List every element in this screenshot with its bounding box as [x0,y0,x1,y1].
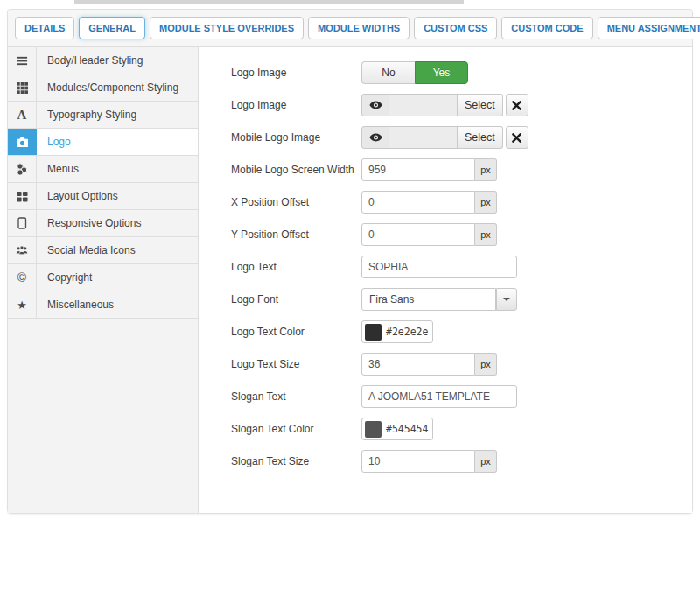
tab-menu-assignment[interactable]: MENU ASSIGNMENT [598,17,700,39]
px-unit-addon: px [475,223,497,246]
logo-text-input[interactable] [361,256,517,278]
sidebar-item-label: Responsive Options [37,210,141,236]
sidebar-item-responsive-options[interactable]: Responsive Options [8,210,198,237]
logo-text-size-input[interactable] [361,353,475,376]
tab-module-widths[interactable]: MODULE WIDTHS [308,17,410,39]
sidebar-item-social-media-icons[interactable]: Social Media Icons [8,237,198,264]
field-label: X Position Offset [231,196,361,208]
field-logo-image-media: Logo Image Select [231,94,676,116]
sidebar-item-label: Social Media Icons [37,237,136,263]
field-x-position-offset: X Position Offset px [231,191,676,214]
number-input-group: px [361,353,497,376]
slogan-text-input[interactable] [361,385,517,408]
preview-eye-icon[interactable] [361,126,389,149]
letter-a-icon: A [8,102,37,128]
general-tab-content: Body/Header Styling Modules/Component St… [8,47,692,513]
blocks-2x2-icon [8,183,37,209]
lines-icon [8,47,37,74]
users-icon [8,237,37,263]
field-label: Y Position Offset [231,228,361,241]
field-label: Slogan Text Color [231,423,361,435]
field-slogan-text-color: Slogan Text Color #545454 [231,418,676,440]
mobile-logo-image-select-button[interactable]: Select [458,126,503,149]
field-mobile-logo-image-media: Mobile Logo Image Select [231,126,676,149]
clear-icon[interactable] [506,126,528,149]
sidebar-item-label: Layout Options [37,183,118,209]
page-top-divider [74,0,464,4]
field-y-position-offset: Y Position Offset px [231,223,676,246]
field-label: Logo Image [231,67,361,79]
logo-image-select-button[interactable]: Select [458,94,503,116]
px-unit-addon: px [475,191,497,214]
template-settings-panel: DETAILS GENERAL MODULE STYLE OVERRIDES M… [7,9,693,514]
sidebar-item-menus[interactable]: Menus [8,156,198,183]
field-logo-text-color: Logo Text Color #2e2e2e [231,320,676,343]
chevron-down-icon[interactable] [496,288,517,311]
tab-custom-css[interactable]: CUSTOM CSS [414,17,497,39]
px-unit-addon: px [475,158,497,181]
tab-details[interactable]: DETAILS [15,17,74,39]
star-icon: ★ [8,291,37,318]
color-hex-value: #545454 [386,423,428,435]
color-hex-value: #2e2e2e [386,326,428,338]
tab-custom-code[interactable]: CUSTOM CODE [501,17,592,39]
field-label: Mobile Logo Image [231,131,361,144]
sidebar-item-modules-component-styling[interactable]: Modules/Component Styling [8,74,198,102]
number-input-group: px [361,191,497,214]
selected-font-value: Fira Sans [361,288,496,311]
mobile-logo-image-media-group: Select [361,126,503,149]
sidebar-item-miscellaneous[interactable]: ★ Miscellaneous [8,291,198,319]
sidebar-item-typography-styling[interactable]: A Typography Styling [8,102,198,129]
mobile-logo-image-path-input[interactable] [389,126,458,149]
preview-eye-icon[interactable] [361,94,389,116]
tablet-icon [8,210,37,236]
camera-icon [8,129,37,155]
field-label: Logo Text [231,261,361,273]
logo-font-select[interactable]: Fira Sans [361,288,517,311]
tab-general[interactable]: GENERAL [79,17,145,39]
field-label: Slogan Text Size [231,455,361,467]
field-label: Logo Image [231,99,361,111]
sidebar-item-body-header-styling[interactable]: Body/Header Styling [8,47,198,74]
grid-3x3-icon [8,74,37,101]
logo-settings-form: Logo Image No Yes Logo Image Select [199,47,692,513]
logo-text-color-picker[interactable]: #2e2e2e [361,320,433,343]
logo-image-toggle: No Yes [361,61,468,84]
sidebar-item-label: Menus [37,156,79,182]
mobile-logo-screen-width-input[interactable] [361,158,475,181]
px-unit-addon: px [475,450,497,473]
field-logo-text: Logo Text [231,256,676,278]
slogan-text-color-picker[interactable]: #545454 [361,418,433,440]
copyright-icon: © [8,264,37,291]
y-position-offset-input[interactable] [361,223,475,246]
number-input-group: px [361,223,497,246]
field-label: Slogan Text [231,390,361,403]
px-unit-addon: px [475,353,497,376]
sidebar-item-copyright[interactable]: © Copyright [8,264,198,291]
field-logo-text-size: Logo Text Size px [231,353,676,376]
sidebar-item-label: Modules/Component Styling [37,74,178,101]
toggle-yes-button[interactable]: Yes [415,61,468,84]
field-label: Mobile Logo Screen Width [231,164,361,176]
tab-bar: DETAILS GENERAL MODULE STYLE OVERRIDES M… [8,10,692,47]
field-mobile-logo-screen-width: Mobile Logo Screen Width px [231,158,676,181]
toggle-no-button[interactable]: No [361,61,415,84]
tab-module-style-overrides[interactable]: MODULE STYLE OVERRIDES [150,17,304,39]
sidebar-item-label: Logo [37,129,71,155]
settings-sidebar: Body/Header Styling Modules/Component St… [8,47,199,513]
sidebar-item-layout-options[interactable]: Layout Options [8,183,198,210]
sidebar-item-label: Miscellaneous [37,291,114,318]
field-slogan-text: Slogan Text [231,385,676,408]
slogan-text-size-input[interactable] [361,450,475,473]
field-logo-image-toggle: Logo Image No Yes [231,61,676,84]
clear-icon[interactable] [506,94,528,116]
logo-image-path-input[interactable] [389,94,458,116]
x-position-offset-input[interactable] [361,191,475,214]
field-logo-font: Logo Font Fira Sans [231,288,676,311]
sidebar-item-logo[interactable]: Logo [8,129,198,156]
sidebar-item-label: Copyright [37,264,92,291]
number-input-group: px [361,450,497,473]
share-nodes-icon [8,156,37,182]
field-slogan-text-size: Slogan Text Size px [231,450,676,473]
field-label: Logo Font [231,293,361,306]
